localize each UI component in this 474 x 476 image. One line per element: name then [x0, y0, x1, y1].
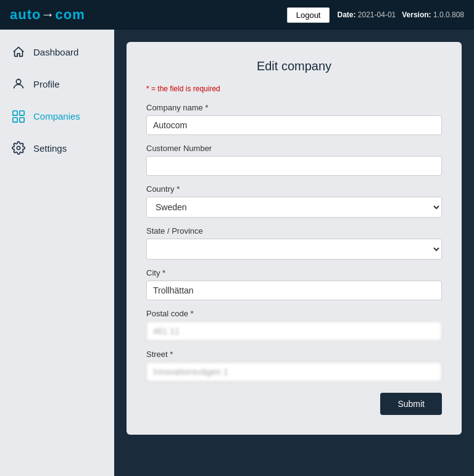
- customer-number-input[interactable]: [146, 156, 442, 176]
- customer-number-label: Customer Number: [146, 144, 442, 153]
- header-right: Logout Date: 2021-04-01 Version: 1.0.0.8…: [287, 7, 464, 23]
- header: auto→com Logout Date: 2021-04-01 Version…: [0, 0, 474, 30]
- sidebar-item-profile[interactable]: Profile: [0, 68, 114, 100]
- submit-row: Submit: [146, 393, 442, 415]
- sidebar-item-dashboard[interactable]: Dashboard: [0, 36, 114, 68]
- main-layout: Dashboard Profile Companies: [0, 30, 474, 476]
- svg-point-5: [17, 146, 20, 150]
- street-input[interactable]: [146, 362, 442, 382]
- content-area: Edit company * = the field is required C…: [114, 30, 474, 476]
- svg-rect-4: [20, 118, 24, 122]
- form-title: Edit company: [146, 59, 442, 73]
- country-label: Country *: [146, 184, 442, 194]
- sidebar-item-companies[interactable]: Companies: [0, 100, 114, 132]
- postal-code-group: Postal code *: [146, 309, 442, 341]
- home-icon: [11, 44, 26, 59]
- required-note: * = the field is required: [146, 84, 442, 93]
- header-info: Date: 2021-04-01 Version: 1.0.0.808: [337, 10, 464, 19]
- sidebar-label-profile: Profile: [33, 79, 60, 89]
- city-label: City *: [146, 268, 442, 277]
- svg-point-0: [16, 80, 20, 84]
- sidebar-label-settings: Settings: [33, 143, 67, 154]
- svg-rect-3: [13, 118, 17, 122]
- customer-number-group: Customer Number: [146, 144, 442, 176]
- state-select[interactable]: [146, 239, 442, 260]
- country-select[interactable]: Sweden Norway Denmark Finland: [146, 197, 442, 218]
- sidebar-item-settings[interactable]: Settings: [0, 132, 114, 164]
- state-group: State / Province: [146, 226, 442, 260]
- postal-code-input[interactable]: [146, 321, 442, 341]
- companies-icon: [11, 109, 26, 123]
- logo: auto→com: [10, 7, 85, 23]
- profile-icon: [11, 76, 26, 91]
- sidebar-label-companies: Companies: [33, 111, 80, 121]
- state-label: State / Province: [146, 226, 442, 236]
- logout-button[interactable]: Logout: [287, 7, 330, 23]
- sidebar-label-dashboard: Dashboard: [33, 47, 78, 57]
- city-input[interactable]: [146, 281, 442, 300]
- company-name-label: Company name *: [146, 103, 442, 112]
- street-group: Street *: [146, 350, 442, 382]
- country-group: Country * Sweden Norway Denmark Finland: [146, 184, 442, 218]
- submit-button[interactable]: Submit: [380, 393, 442, 415]
- settings-icon: [11, 141, 26, 155]
- company-name-input[interactable]: [146, 115, 442, 135]
- edit-company-card: Edit company * = the field is required C…: [127, 42, 462, 435]
- svg-rect-2: [20, 111, 24, 115]
- sidebar: Dashboard Profile Companies: [0, 30, 114, 476]
- postal-code-label: Postal code *: [146, 309, 442, 318]
- company-name-group: Company name *: [146, 103, 442, 135]
- street-label: Street *: [146, 350, 442, 359]
- svg-rect-1: [13, 111, 17, 115]
- city-group: City *: [146, 268, 442, 300]
